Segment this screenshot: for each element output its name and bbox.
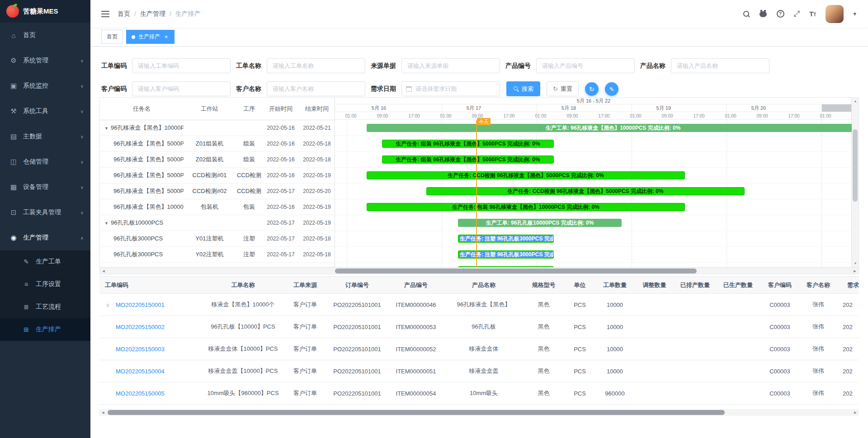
table-cell: 202 [836,338,859,360]
task-station: 包装机 [184,203,236,211]
gantt-task-row[interactable]: 96孔孔板3000PCSY01注塑机注塑2022-05-172022-05-18 [100,231,335,247]
gantt-task-row[interactable]: 96孔移液盒【黑色】5000PCSCCD检测#02CCD检测2022-05-17… [100,184,335,199]
help-icon[interactable] [777,10,784,18]
workorder-bar[interactable]: 生产工单: 96孔孔板10000PCS 完成比例: 0% [458,219,622,227]
scroll-right-arrow[interactable] [852,409,859,416]
breadcrumb-item[interactable]: 生产排产 [175,10,201,18]
sidebar-item-process-route[interactable]: 工艺流程 [0,296,90,318]
breadcrumb-item[interactable]: 首页 [118,10,130,18]
table-row[interactable]: MO202205150003移液盒盒体【10000】PCS客户订单PO20220… [99,338,859,360]
sidebar-item-production[interactable]: 生产管理 [0,225,90,250]
scroll-up-arrow[interactable] [852,98,859,105]
sidebar-item-master-data[interactable]: 主数据 [0,124,90,149]
search-button[interactable]: 搜索 [506,81,540,96]
gantt-task-row[interactable]: 96孔移液盒【黑色】5000PCSZ01组装机组装2022-05-162022-… [100,136,335,152]
sidebar-item-warehouse[interactable]: 仓储管理 [0,149,90,174]
timeline-day-label: 5月 17 [456,104,492,112]
github-icon[interactable] [760,10,767,18]
table-cell: C00003 [760,316,800,338]
sidebar-item-equipment[interactable]: 设备管理 [0,174,90,200]
sidebar-item-system-monitor[interactable]: 系统监控 [0,73,90,99]
source-doc-input[interactable] [401,58,500,73]
sidebar-item-system-tools[interactable]: 系统工具 [0,99,90,124]
table-row[interactable]: MO202205150001移液盒【黑色】10000个客户订单PO2022051… [99,294,859,316]
gantt-task-row[interactable]: 96孔孔板3000PCSY03注塑机注塑2022-05-172022-05-18 [100,263,335,267]
fullscreen-icon[interactable] [794,9,800,19]
avatar[interactable] [826,5,844,23]
wo-name-input[interactable] [267,58,365,73]
task-bar[interactable]: 生产任务: 包装 96孔移液盒【黑色】10000PCS 完成比例: 0% [367,203,685,211]
workorder-link[interactable]: MO202205150001 [116,301,165,308]
warehouse-icon [9,158,18,166]
gantt-task-row[interactable]: 96孔孔板3000PCSY02注塑机注塑2022-05-172022-05-18 [100,247,335,263]
gantt-task-row[interactable]: 96孔移液盒【黑色】5000PCSCCD检测#01CCD检测2022-05-16… [100,168,335,184]
gantt-task-row[interactable]: 96孔孔板10000PCS2022-05-172022-05-19 [100,215,335,231]
search-icon[interactable] [743,10,750,18]
edit-button[interactable] [605,82,618,96]
gantt-task-row[interactable]: 96孔移液盒【黑色】10000PCS2022-05-162022-05-21 [100,120,335,136]
customer-name-input[interactable] [267,81,365,96]
scrollbar-thumb[interactable] [335,268,697,273]
scroll-left-arrow[interactable] [99,409,107,416]
tab-scheduling[interactable]: 生产排产 [126,30,175,44]
filter-row2-groups: 客户编码客户名称需求日期 [101,81,505,96]
demand-date-input[interactable] [401,81,500,96]
filter-row-1: 工单编码工单名称来源单据产品编号产品名称 [101,58,868,73]
tab-home[interactable]: 首页 [101,30,123,44]
input-wrap [132,81,231,96]
gantt-bar-row: 生产任务: 注塑 96孔孔板3000PCS 完成比例: 0% [335,247,852,263]
workorder-link[interactable]: MO202205150005 [116,390,165,397]
table-cell: C00003 [760,294,800,316]
table-row[interactable]: MO20220515000510mm吸头【960000】PCS客户订单PO202… [99,382,859,405]
sidebar-item-fixture[interactable]: 工装夹具管理 [0,200,90,225]
app-logo[interactable]: 苦糖果MES [0,0,90,23]
product-code-input[interactable] [536,58,635,73]
task-bar[interactable]: 生产任务: 注塑 96孔孔板3000PCS 完成比例: 0% [458,235,554,243]
breadcrumb-item[interactable]: 生产管理 [140,10,165,18]
gantt-column-header: 工作站 [184,105,236,113]
scroll-left-arrow[interactable] [100,268,107,274]
table-cell: 客户订单 [283,382,328,405]
task-bar[interactable]: 生产任务: 注塑 96孔孔板3000PCS 完成比例: 0% [458,266,554,267]
reset-button[interactable]: 重置 [547,81,579,96]
schedule-icon [22,326,31,333]
task-bar[interactable]: 生产任务: 注塑 96孔孔板3000PCS 完成比例: 0% [458,250,554,259]
task-bar[interactable]: 生产任务: 组装 96孔移液盒【黑色】5000PCS 完成比例: 0% [382,140,554,148]
customer-code-input[interactable] [132,81,231,96]
sidebar-item-home[interactable]: 首页 [0,23,90,48]
wo-code-input[interactable] [132,58,231,73]
table-row[interactable]: MO202205150004移液盒盒盖【10000】PCS客户订单PO20220… [99,360,859,382]
sidebar-item-scheduling[interactable]: 生产排产 [0,318,90,341]
scrollbar-thumb[interactable] [108,410,725,415]
workorder-link[interactable]: MO202205150002 [116,324,165,330]
close-icon[interactable] [163,34,169,40]
scrollbar-thumb[interactable] [853,129,858,202]
sidebar-toggle[interactable] [101,11,109,17]
gantt-vertical-scrollbar[interactable] [851,98,859,267]
gantt-task-row[interactable]: 96孔移液盒【黑色】5000PCSZ02组装机组装2022-05-162022-… [100,152,335,168]
font-size-icon[interactable] [809,10,816,18]
tree-expand-icon[interactable] [104,124,108,131]
gantt-horizontal-scrollbar[interactable] [100,267,859,274]
workorder-bar[interactable]: 生产工单: 96孔移液盒【黑色】10000PCS 完成比例: 0% [367,124,852,132]
chevron-down-icon[interactable] [106,301,110,308]
table-horizontal-scrollbar[interactable] [99,409,859,416]
tree-expand-icon[interactable] [104,219,108,226]
task-bar[interactable]: 生产任务: 组装 96孔移液盒【黑色】5000PCS 完成比例: 0% [382,155,554,164]
product-name-input[interactable] [671,58,769,73]
workorder-link[interactable]: MO202205150003 [116,346,165,353]
sidebar-item-process-setup[interactable]: 工序设置 [0,273,90,296]
table-row[interactable]: MO20220515000296孔孔板【10000】PCS客户订单PO20220… [99,316,859,338]
table-cell [717,382,760,405]
sidebar-item-system-admin[interactable]: 系统管理 [0,48,90,73]
task-bar[interactable]: 生产任务: CCD检测 96孔移液盒【黑色】5000PCS 完成比例: 0% [367,171,685,179]
workorder-link[interactable]: MO202205150004 [116,368,165,375]
gantt-task-row[interactable]: 96孔移液盒【黑色】10000PCS包装机包装2022-05-162022-05… [100,199,335,215]
timeline-hour-label: 17:00 [785,112,803,120]
refresh-button[interactable] [585,82,599,96]
sidebar-item-work-order[interactable]: 生产工单 [0,250,90,273]
scroll-down-arrow[interactable] [852,260,859,267]
task-bar[interactable]: 生产任务: CCD检测 96孔移液盒【黑色】5000PCS 完成比例: 0% [426,187,745,195]
scroll-right-arrow[interactable] [851,268,859,274]
chevron-down-icon[interactable] [853,10,856,17]
